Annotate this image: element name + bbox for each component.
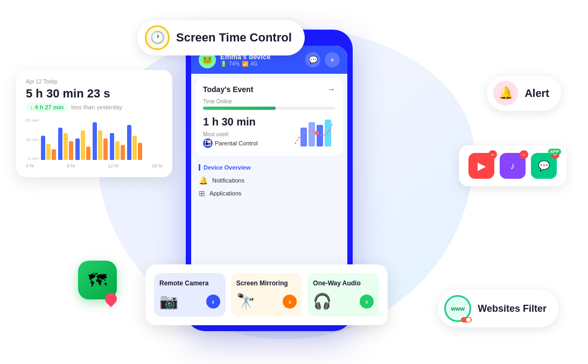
apps-icon: ⊞ <box>199 189 205 198</box>
bar-group <box>93 122 108 160</box>
bar-blue <box>127 125 131 160</box>
feature-card-audio-bottom: 🎧 › <box>313 292 374 310</box>
stats-date: Apr 12 Today <box>26 79 163 85</box>
youtube-remove-icon[interactable]: − <box>488 150 497 159</box>
time-online-label: Time Online <box>203 99 335 104</box>
toggle-dot <box>466 318 471 322</box>
event-illustration <box>292 114 335 149</box>
bar-yellow <box>46 144 51 160</box>
bar-blue <box>41 136 45 160</box>
overview-item-notifications: 🔔 Notifications <box>199 174 340 187</box>
bar-orange <box>121 145 125 160</box>
camera-icon: 📷 <box>159 292 178 310</box>
progress-bar-bg <box>203 107 335 110</box>
whatsapp-icon-wrap: 💬 − APP <box>531 153 557 179</box>
bar-yellow <box>115 141 120 160</box>
phone-header-right: 💬 + <box>305 52 340 67</box>
websites-filter-badge: www Websites Filter <box>438 290 558 327</box>
stats-time: 5 h 30 min 23 s <box>26 87 163 101</box>
stats-less-badge: ↓ 4 h 27 min <box>26 103 68 111</box>
message-button[interactable]: 💬 <box>305 52 320 67</box>
bar-blue <box>110 133 114 160</box>
bar-chart-area <box>41 118 142 161</box>
www-icon-wrap: www <box>444 295 471 322</box>
websites-filter-text: Websites Filter <box>478 303 547 314</box>
feature-card-audio: One-Way Audio 🎧 › <box>307 273 379 317</box>
down-arrow-icon: ↓ <box>30 104 33 110</box>
camera-arrow-button[interactable]: › <box>206 295 220 309</box>
progress-bar-fill <box>203 107 276 110</box>
bar-yellow <box>81 130 85 160</box>
stats-card: Apr 12 Today 5 h 30 min 23 s ↓ 4 h 27 mi… <box>16 70 172 177</box>
bar-yellow <box>64 133 68 160</box>
add-button[interactable]: + <box>325 52 340 67</box>
bar-orange <box>103 138 108 160</box>
mirroring-arrow-button[interactable]: › <box>283 295 297 309</box>
toggle-switch[interactable] <box>461 317 472 323</box>
device-overview-title: Device Overview <box>199 164 340 171</box>
event-title: Today's Event <box>203 85 253 94</box>
alert-icon: 🔔 <box>493 81 518 106</box>
device-status: 🔋 74% 📶 4G <box>220 61 270 67</box>
bar-y-labels: 60 min 30 min 0 min <box>26 118 41 161</box>
app-label-badge: APP <box>548 149 561 155</box>
feature-card-camera-title: Remote Camera <box>159 279 220 288</box>
bar-group <box>58 128 73 160</box>
bar-x-labels: 0 hr 6 hr 12 hr 18 hr <box>26 163 163 169</box>
screen-time-title: Screen Time Control <box>176 31 292 45</box>
device-overview: Device Overview 🔔 Notifications ⊞ Applic… <box>195 160 343 204</box>
bar-group <box>75 130 90 160</box>
bar-blue <box>75 138 80 160</box>
headphones-icon: 🎧 <box>313 292 332 310</box>
bar-yellow <box>132 136 137 160</box>
bar-orange <box>138 143 142 160</box>
event-card: Today's Event → Time Online 1 h 30 min M… <box>195 78 343 156</box>
signal-icon: 📶 <box>242 61 248 67</box>
svg-rect-2 <box>317 125 323 146</box>
event-header: Today's Event → <box>203 85 335 94</box>
svg-rect-1 <box>309 122 315 146</box>
bell-icon: 🔔 <box>199 176 208 185</box>
stats-less-text: less than yesterday <box>71 104 122 110</box>
svg-rect-0 <box>300 128 307 146</box>
youtube-icon-wrap: ▶ − <box>468 153 494 179</box>
bar-blue <box>58 128 62 160</box>
feature-card-mirroring: Screen Mirroring 🔭 › <box>231 273 303 317</box>
screen-time-badge: 🕐 Screen Time Control <box>137 20 305 55</box>
bar-yellow <box>98 130 102 160</box>
feature-card-camera: Remote Camera 📷 › <box>154 273 226 317</box>
overview-item-applications: ⊞ Applications <box>199 187 340 200</box>
bar-orange <box>86 146 90 160</box>
clock-icon: 🕐 <box>145 25 170 50</box>
parental-app: 👨‍👧 Parental Control <box>203 138 258 148</box>
binoculars-icon: 🔭 <box>236 292 255 310</box>
bar-group <box>41 136 56 160</box>
feature-cards: Remote Camera 📷 › Screen Mirroring 🔭 › O… <box>145 264 388 325</box>
parental-name: Parental Control <box>215 140 258 146</box>
bar-blue <box>93 122 97 160</box>
bell-alert-icon: 🔔 <box>499 86 513 100</box>
bar-orange <box>52 149 56 160</box>
www-text: www <box>451 305 465 312</box>
notifications-label: Notifications <box>212 177 244 184</box>
bar-chart: 60 min 30 min 0 min <box>26 118 163 169</box>
feature-card-mirroring-bottom: 🔭 › <box>236 292 297 310</box>
applications-label: Applications <box>209 190 241 197</box>
event-arrow-icon[interactable]: → <box>327 85 335 94</box>
most-used-label: Most used: <box>203 131 258 137</box>
alert-text: Alert <box>524 87 549 100</box>
svg-point-4 <box>314 131 319 135</box>
bar-group <box>127 125 142 160</box>
feature-card-audio-title: One-Way Audio <box>313 279 374 288</box>
time-display: 1 h 30 min <box>203 116 258 128</box>
feature-card-mirroring-title: Screen Mirroring <box>236 279 297 288</box>
map-icon: 🗺 <box>88 270 107 291</box>
app-icons-card: ▶ − ♪ − 💬 − APP <box>459 145 566 186</box>
alert-badge: 🔔 Alert <box>487 75 561 111</box>
feature-card-camera-bottom: 📷 › <box>159 292 220 310</box>
battery-icon: 🔋 <box>220 61 227 67</box>
bar-group <box>110 133 125 160</box>
tiktok-remove-icon[interactable]: − <box>520 150 528 159</box>
parental-icon: 👨‍👧 <box>203 138 213 148</box>
audio-arrow-button[interactable]: › <box>360 295 374 309</box>
